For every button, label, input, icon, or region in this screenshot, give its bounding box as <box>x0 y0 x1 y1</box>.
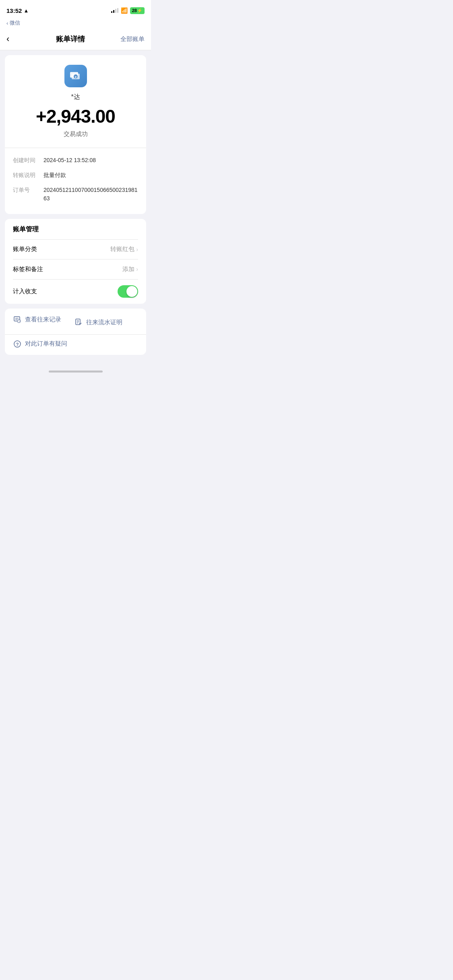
wifi-icon: 📶 <box>121 7 128 14</box>
back-button[interactable]: ‹ <box>6 34 24 44</box>
view-history-label: 查看往来记录 <box>25 316 61 323</box>
status-right: 📶 28⚡ <box>111 7 145 14</box>
created-time-label: 创建时间 <box>13 156 37 165</box>
actions-row-top: 查看往来记录 往来流水证明 <box>13 315 138 329</box>
management-title: 账单管理 <box>5 219 146 239</box>
order-id-value: 20240512110070001506650023198163 <box>43 186 138 203</box>
chevron-icon: › <box>136 246 138 253</box>
bill-category-item[interactable]: 账单分类 转账红包 › <box>5 239 146 259</box>
created-time-value: 2024-05-12 13:52:08 <box>43 156 138 165</box>
main-content: ¥ *达 +2,943.00 交易成功 创建时间 2024-05-12 13:5… <box>0 50 151 360</box>
transaction-status: 交易成功 <box>13 130 138 138</box>
order-question-action[interactable]: ? 对此订单有疑问 <box>13 340 138 348</box>
status-time: 13:52 ▲ <box>6 7 29 14</box>
flow-proof-label: 往来流水证明 <box>86 319 122 326</box>
wechat-back[interactable]: ‹ 微信 <box>0 18 151 30</box>
order-id-row: 订单号 20240512110070001506650023198163 <box>13 186 138 203</box>
question-icon: ? <box>13 340 22 348</box>
chevron-icon-2: › <box>136 266 138 272</box>
all-bills-button[interactable]: 全部账单 <box>116 35 145 43</box>
management-section: 账单管理 账单分类 转账红包 › 标签和备注 添加 › <box>5 219 146 304</box>
order-question-label: 对此订单有疑问 <box>25 340 67 348</box>
svg-text:¥: ¥ <box>74 75 77 79</box>
include-income-label: 计入收支 <box>13 288 37 295</box>
flow-proof-action[interactable]: 往来流水证明 <box>74 318 122 327</box>
include-income-item: 计入收支 <box>5 279 146 304</box>
tag-note-value: 添加 › <box>122 266 138 273</box>
merchant-name: *达 <box>13 93 138 101</box>
order-id-label: 订单号 <box>13 186 37 194</box>
status-bar: 13:52 ▲ 📶 28⚡ <box>0 0 151 18</box>
merchant-icon: ¥ <box>64 65 87 87</box>
battery-indicator: 28⚡ <box>130 7 145 14</box>
home-indicator <box>49 371 103 373</box>
transfer-note-value: 批量付款 <box>43 171 138 179</box>
actions-section: 查看往来记录 往来流水证明 <box>5 309 146 355</box>
created-time-row: 创建时间 2024-05-12 13:52:08 <box>13 156 138 165</box>
document-icon <box>74 318 83 327</box>
transaction-amount: +2,943.00 <box>13 105 138 127</box>
actions-divider <box>5 334 146 335</box>
page-title: 账单详情 <box>56 34 85 44</box>
location-arrow-icon: ▲ <box>23 8 29 14</box>
include-income-toggle[interactable] <box>118 285 138 298</box>
svg-text:?: ? <box>16 342 19 346</box>
nav-bar: ‹ 账单详情 全部账单 <box>0 30 151 50</box>
toggle-knob <box>126 286 137 297</box>
view-history-action[interactable]: 查看往来记录 <box>13 315 61 324</box>
bill-category-value: 转账红包 › <box>110 245 138 253</box>
wechat-back-chevron: ‹ <box>6 20 8 26</box>
transfer-note-row: 转账说明 批量付款 <box>13 171 138 179</box>
tag-note-item[interactable]: 标签和备注 添加 › <box>5 259 146 279</box>
home-indicator-area <box>0 360 151 376</box>
signal-icon <box>111 8 118 13</box>
merchant-icon-wrapper: ¥ <box>13 65 138 87</box>
transfer-note-label: 转账说明 <box>13 171 37 179</box>
card-divider <box>5 148 146 148</box>
transaction-card: ¥ *达 +2,943.00 交易成功 创建时间 2024-05-12 13:5… <box>5 55 146 214</box>
bill-category-label: 账单分类 <box>13 245 37 253</box>
history-icon <box>13 315 22 324</box>
tag-note-label: 标签和备注 <box>13 266 43 273</box>
